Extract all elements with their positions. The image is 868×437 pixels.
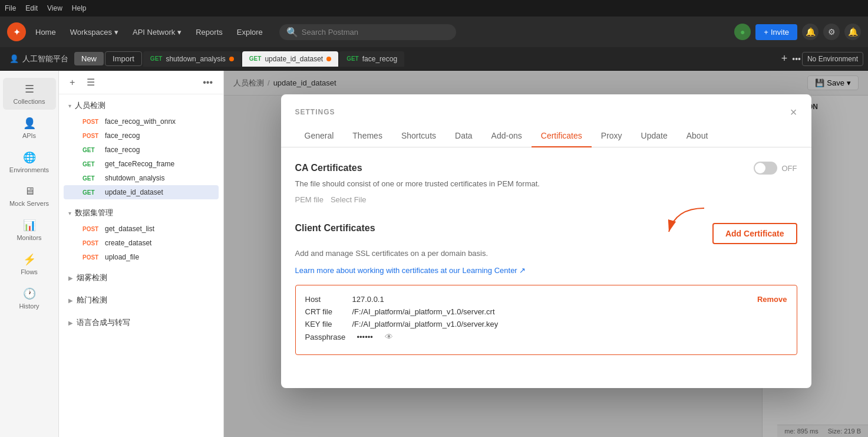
sync-icon[interactable]: ● (734, 24, 751, 40)
sidebar-item-apis[interactable]: 👤 APIs (3, 112, 56, 144)
ca-cert-toggle-container: OFF (754, 162, 797, 175)
collection-yanwu: ▶ 烟雾检测 (59, 267, 223, 289)
tab-certificates[interactable]: Certificates (532, 125, 592, 147)
collection-cangmen: ▶ 舱门检测 (59, 289, 223, 311)
cert-crt-row: CRT file /F:/AI_platform/ai_platform_v1.… (305, 307, 499, 316)
sidebar-item-collections[interactable]: ☰ Collections (3, 78, 56, 110)
sidebar-item-mock-servers[interactable]: 🖥 Mock Servers (3, 180, 56, 212)
nav-home[interactable]: Home (31, 25, 61, 39)
modal-close-button[interactable]: × (790, 106, 797, 118)
menu-view[interactable]: View (47, 4, 62, 12)
red-arrow-annotation (663, 205, 710, 235)
sidebar: ☰ Collections 👤 APIs 🌐 Environments 🖥 Mo… (0, 71, 59, 437)
modal-overlay[interactable]: SETTINGS × General Themes Shortcuts Data… (224, 71, 868, 437)
sidebar-item-flows[interactable]: ⚡ Flows (3, 248, 56, 280)
certificate-entry: Host 127.0.0.1 CRT file /F:/AI_platform/… (295, 285, 797, 355)
more-tabs-icon[interactable]: ••• (792, 54, 801, 64)
monitors-icon: 📊 (23, 219, 36, 232)
tab-update[interactable]: GET update_id_dataset (242, 51, 338, 67)
cert-key-label: KEY file (305, 320, 352, 328)
tab-proxy[interactable]: Proxy (592, 125, 632, 147)
new-button[interactable]: New (74, 52, 104, 65)
select-file-button[interactable]: Select File (331, 195, 367, 204)
search-icon: 🔍 (286, 27, 298, 38)
caret-icon: ▾ (68, 103, 71, 109)
settings-icon[interactable]: ⚙ (823, 24, 840, 40)
import-button[interactable]: Import (105, 51, 142, 66)
ca-certificates-section: CA Certificates OFF The file should cons… (295, 162, 797, 204)
api-face-recog-post[interactable]: POST face_recog (64, 129, 219, 143)
ca-cert-header: CA Certificates OFF (295, 162, 797, 175)
collection-name-cangmen[interactable]: ▶ 舱门检测 (64, 291, 219, 309)
environments-icon: 🌐 (23, 151, 36, 164)
ca-cert-toggle[interactable] (754, 162, 777, 175)
nav-api-network[interactable]: API Network ▾ (128, 25, 186, 39)
tab-label: shutdown_analysis (166, 55, 225, 63)
collection-name-renyuan[interactable]: ▾ 人员检测 (64, 97, 219, 114)
tab-face[interactable]: GET face_recog (339, 51, 404, 67)
menu-help[interactable]: Help (72, 4, 87, 12)
api-create-dataset[interactable]: POST create_dataset (64, 236, 219, 250)
api-upload-file[interactable]: POST upload_file (64, 250, 219, 264)
tab-update[interactable]: Update (632, 125, 677, 147)
tab-themes[interactable]: Themes (343, 125, 392, 147)
caret-icon: ▾ (68, 210, 71, 216)
workspace-icon: 👤 (9, 54, 19, 63)
invite-button[interactable]: + Invite (755, 24, 797, 40)
api-get-face-recog-frame[interactable]: GET get_faceRecog_frame (64, 157, 219, 171)
tab-data[interactable]: Data (445, 125, 482, 147)
api-get-dataset-list[interactable]: POST get_dataset_list (64, 222, 219, 236)
modal-body: CA Certificates OFF The file should cons… (281, 147, 811, 388)
client-cert-left: Client Certificates (295, 223, 712, 234)
collection-name-yanwu[interactable]: ▶ 烟雾检测 (64, 269, 219, 287)
caret-icon: ▶ (68, 320, 73, 326)
list-view-button[interactable]: ☰ (83, 75, 98, 89)
tab-shutdown[interactable]: GET shutdown_analysis (143, 51, 241, 67)
collection-name-shujuji[interactable]: ▾ 数据集管理 (64, 204, 219, 222)
ca-cert-title: CA Certificates (295, 163, 362, 173)
no-environment[interactable]: No Environment (802, 52, 863, 66)
add-certificate-button[interactable]: Add Certificate (712, 223, 797, 244)
tab-shortcuts[interactable]: Shortcuts (392, 125, 445, 147)
method-badge: POST (82, 240, 100, 247)
collection-name-yuyan[interactable]: ▶ 语言合成与转写 (64, 314, 219, 331)
alerts-icon[interactable]: 🔔 (844, 24, 861, 40)
tab-addons[interactable]: Add-ons (482, 125, 532, 147)
top-nav: ✦ Home Workspaces ▾ API Network ▾ Report… (0, 17, 868, 47)
sidebar-item-monitors[interactable]: 📊 Monitors (3, 214, 56, 246)
client-cert-description: Add and manage SSL certificates on a per… (295, 249, 797, 258)
sidebar-item-environments[interactable]: 🌐 Environments (3, 146, 56, 178)
content-area: 人员检测 / update_id_dataset 💾 Save ▾ DESCRI… (224, 71, 868, 437)
api-face-recog-onnx[interactable]: POST face_recog_with_onnx (64, 114, 219, 129)
cert-host-label: Host (305, 295, 352, 304)
add-tab-icon[interactable]: + (781, 52, 788, 65)
toggle-label: OFF (782, 164, 797, 173)
more-options-button[interactable]: ••• (199, 76, 216, 89)
api-shutdown-analysis[interactable]: GET shutdown_analysis (64, 171, 219, 185)
api-face-recog-get[interactable]: GET face_recog (64, 143, 219, 157)
method-badge: POST (82, 226, 100, 232)
collection-yuyan: ▶ 语言合成与转写 (59, 311, 223, 334)
collections-icon: ☰ (25, 83, 34, 96)
nav-reports[interactable]: Reports (191, 25, 227, 39)
learn-more-link[interactable]: Learn more about working with certificat… (295, 266, 526, 275)
tab-about[interactable]: About (677, 125, 718, 147)
method-label: GET (150, 55, 163, 62)
search-bar[interactable]: 🔍 (279, 24, 456, 40)
main-layout: ☰ Collections 👤 APIs 🌐 Environments 🖥 Mo… (0, 71, 868, 437)
nav-explore[interactable]: Explore (232, 25, 268, 39)
collection-renyuan: ▾ 人员检测 POST face_recog_with_onnx POST fa… (59, 94, 223, 202)
search-input[interactable] (302, 28, 449, 37)
tab-label: face_recog (362, 55, 397, 63)
eye-icon[interactable]: 👁 (385, 332, 393, 341)
menu-file[interactable]: File (5, 4, 16, 12)
tab-general[interactable]: General (295, 125, 344, 147)
menu-edit[interactable]: Edit (25, 4, 38, 12)
sidebar-item-history[interactable]: 🕐 History (3, 282, 56, 314)
api-update-id-dataset[interactable]: GET update_id_dataset (64, 185, 219, 199)
nav-workspaces[interactable]: Workspaces ▾ (65, 25, 123, 39)
tab-bar: 👤 人工智能平台 New Import GET shutdown_analysi… (0, 47, 868, 71)
add-collection-button[interactable]: + (66, 76, 78, 89)
remove-certificate-button[interactable]: Remove (757, 295, 787, 304)
notification-icon[interactable]: 🔔 (802, 24, 819, 40)
